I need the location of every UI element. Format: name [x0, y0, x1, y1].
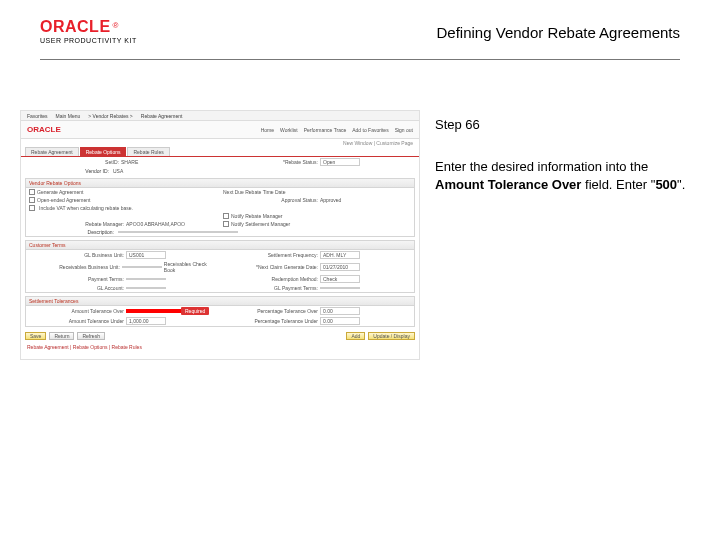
app-logo: ORACLE — [27, 125, 61, 134]
status-label: *Rebate Status: — [223, 159, 318, 165]
add-button[interactable]: Add — [346, 332, 365, 340]
update-display-button[interactable]: Update / Display — [368, 332, 415, 340]
field-label: Amount Tolerance Under — [29, 318, 124, 324]
field-label: Settlement Frequency: — [223, 252, 318, 258]
app-breadcrumb[interactable]: New Window | Customize Page — [21, 139, 419, 147]
vendor-row: Vendor ID:USA — [21, 167, 419, 175]
menu-item[interactable]: Favorites — [27, 113, 48, 119]
button-row: Save Return Refresh Add Update / Display — [21, 330, 419, 342]
return-button[interactable]: Return — [49, 332, 74, 340]
menu-item[interactable]: > Vendor Rebates > — [88, 113, 132, 119]
section-settlement-tolerances: Settlement Tolerances Amount Tolerance O… — [25, 296, 415, 327]
tab-rebate-agreement[interactable]: Rebate Agreement — [25, 147, 79, 156]
instr-value: 500 — [655, 177, 677, 192]
field-label: Receivables Business Unit: — [29, 264, 120, 270]
opt-label: Include VAT when calculating rebate base… — [39, 205, 133, 211]
instruction-text: Enter the desired information into the A… — [435, 158, 695, 193]
brand-reg: ® — [113, 21, 119, 30]
recv-hint: Receivables Check Book — [164, 261, 217, 273]
checkbox-icon[interactable] — [223, 213, 229, 219]
instr-part: ". — [677, 177, 685, 192]
checkbox-icon[interactable] — [29, 205, 35, 211]
instr-part: Enter the desired information into the — [435, 159, 648, 174]
top-link[interactable]: Home — [261, 127, 274, 133]
field-label: Payment Terms: — [29, 276, 124, 282]
section-customer-terms: Customer Terms GL Business Unit:US001 Se… — [25, 240, 415, 293]
menu-item[interactable]: Rebate Agreement — [141, 113, 183, 119]
app-menubar: Favorites Main Menu > Vendor Rebates > R… — [21, 111, 419, 121]
brand-name: ORACLE — [40, 18, 111, 36]
app-topbar: ORACLE Home Worklist Performance Trace A… — [21, 121, 419, 139]
setid-value: SHARE — [121, 159, 138, 165]
field-label: Percentage Tolerance Over — [223, 308, 318, 314]
tab-strip: Rebate Agreement Rebate Options Rebate R… — [21, 147, 419, 157]
field-label: *Next Claim Generate Date: — [223, 264, 318, 270]
desc-input[interactable] — [118, 231, 238, 233]
opt-date-label: Next Due Rebate Time Date — [223, 189, 286, 195]
status-select[interactable]: Open — [320, 158, 360, 166]
required-badge: Required — [181, 307, 209, 315]
section-vendor-rebate-options: Vendor Rebate Options Generate Agreement… — [25, 178, 415, 237]
opt-label: Notify Rebate Manager — [231, 213, 282, 219]
refresh-button[interactable]: Refresh — [77, 332, 105, 340]
checkbox-icon[interactable] — [29, 189, 35, 195]
recv-bu-input[interactable] — [122, 266, 162, 268]
top-link[interactable]: Add to Favorites — [352, 127, 388, 133]
menu-item[interactable]: Main Menu — [56, 113, 81, 119]
footer-links[interactable]: Rebate Agreement | Rebate Options | Reba… — [21, 342, 419, 352]
settle-freq-input[interactable]: ADH. MLY — [320, 251, 360, 259]
doc-title: Defining Vendor Rebate Agreements — [437, 24, 681, 41]
section-title: Vendor Rebate Options — [26, 179, 414, 188]
checkbox-icon[interactable] — [223, 221, 229, 227]
checkbox-icon[interactable] — [29, 197, 35, 203]
gl-account-input[interactable] — [126, 287, 166, 289]
pct-tol-over-input[interactable]: 0.00 — [320, 307, 360, 315]
save-button[interactable]: Save — [25, 332, 46, 340]
gl-pay-terms-input[interactable] — [320, 287, 360, 289]
rebate-mgr-label: Rebate Manager: — [29, 221, 124, 227]
brand-logo: ORACLE ® USER PRODUCTIVITY KIT — [40, 18, 137, 44]
field-label: Amount Tolerance Over — [29, 308, 124, 314]
next-claim-date-input[interactable]: 01/27/2010 — [320, 263, 360, 271]
amt-tol-under-input[interactable]: 1,000.00 — [126, 317, 166, 325]
opt-label: Generate Agreement — [37, 189, 83, 195]
pay-terms-input[interactable] — [126, 278, 166, 280]
opt-label: Notify Settlement Manager — [231, 221, 290, 227]
top-link[interactable]: Worklist — [280, 127, 298, 133]
brand-sub: USER PRODUCTIVITY KIT — [40, 37, 137, 44]
tab-rebate-rules[interactable]: Rebate Rules — [127, 147, 169, 156]
doc-header: ORACLE ® USER PRODUCTIVITY KIT Defining … — [40, 18, 680, 60]
app-screenshot: Favorites Main Menu > Vendor Rebates > R… — [20, 110, 420, 360]
tab-rebate-options[interactable]: Rebate Options — [80, 147, 127, 156]
field-label: GL Business Unit: — [29, 252, 124, 258]
top-link[interactable]: Sign out — [395, 127, 413, 133]
rebate-mgr-value: APOO0 ABRAHAM,APOO — [126, 221, 185, 227]
section-title: Settlement Tolerances — [26, 297, 414, 306]
top-link[interactable]: Performance Trace — [304, 127, 347, 133]
field-label: Redemption Method: — [223, 276, 318, 282]
pct-tol-under-input[interactable]: 0.00 — [320, 317, 360, 325]
amount-tolerance-over-input[interactable] — [126, 309, 181, 313]
field-label: GL Payment Terms: — [223, 285, 318, 291]
gl-bu-input[interactable]: US001 — [126, 251, 166, 259]
vendor-label: Vendor ID: — [24, 168, 109, 174]
desc-label: Description: — [29, 229, 114, 235]
section-title: Customer Terms — [26, 241, 414, 250]
opt-label: Open-ended Agreement — [37, 197, 90, 203]
instr-part: field. Enter " — [581, 177, 655, 192]
approval-label: Approval Status: — [223, 197, 318, 203]
setid-label: SetID: — [24, 159, 119, 165]
approval-value: Approved — [320, 197, 341, 203]
step-indicator: Step 66 — [435, 116, 695, 134]
field-label: GL Account: — [29, 285, 124, 291]
vendor-value: USA — [113, 168, 123, 174]
header-row: SetID:SHARE *Rebate Status:Open — [21, 157, 419, 167]
field-label: Percentage Tolerance Under — [223, 318, 318, 324]
redemption-input[interactable]: Check — [320, 275, 360, 283]
instr-field-name: Amount Tolerance Over — [435, 177, 581, 192]
